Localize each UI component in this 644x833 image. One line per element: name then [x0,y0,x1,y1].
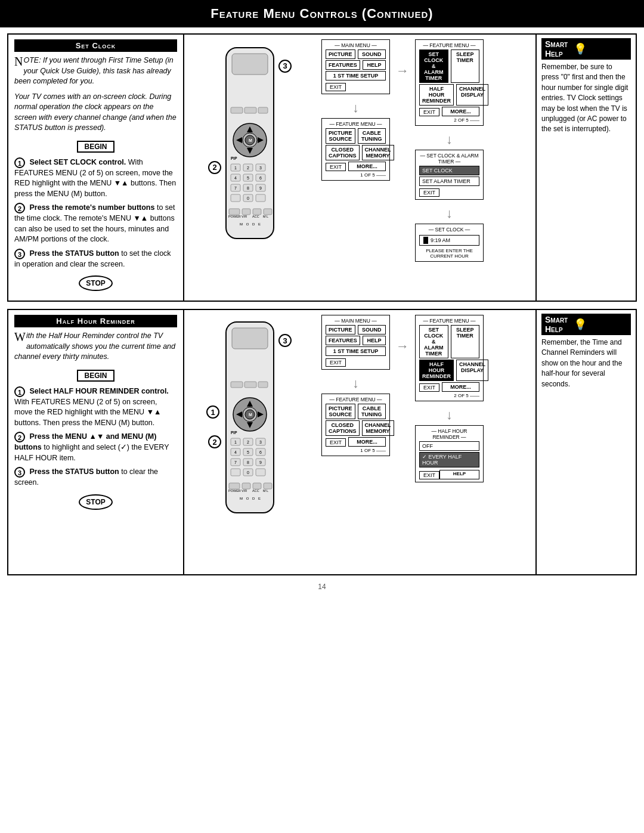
svg-rect-83 [264,483,272,489]
hhr-fm2-screen: — FEATURE MENU — SET CLOCK &ALARM TIMER … [415,315,484,401]
hhr-menu-screens-row: — MAIN MENU — PICTURE SOUND FEATURES HEL… [321,315,530,482]
svg-text:V/R: V/R [242,215,247,218]
half-hour-instructions: Half Hour Reminder W ith the Half Hour R… [8,310,184,574]
svg-text:M O D E: M O D E [240,497,262,500]
hhr-main-menu-label: — MAIN MENU — [326,318,386,324]
step-3: 3 Press the STATUS button to set the clo… [14,249,177,270]
clock-cursor [423,237,428,244]
fm2-btn-halfhour: HALF HOURREMINDER [419,84,454,106]
svg-rect-10 [231,107,243,113]
stop-wrap-2: STOP [14,492,177,512]
fm2-row2: HALF HOURREMINDER CHANNELDISPLAY [419,84,479,106]
hhr-fm2-row3: EXIT MORE... [419,382,479,392]
hhr-fm1-of: 1 OF 5 —— [326,448,386,453]
svg-text:M L: M L [263,215,268,218]
svg-text:5: 5 [247,450,249,454]
hhr-left-menu-col: — MAIN MENU — PICTURE SOUND FEATURES HEL… [321,315,390,460]
remote-svg-2: M 1 2 [211,316,289,566]
hhr-off-btn: OFF [419,441,479,451]
remote-svg: M [211,42,289,292]
set-clock-intro: Your TV comes with an on-screen clock. D… [14,92,177,134]
hhr-fm1-row1: PICTURESOURCE CABLETUNING [326,404,386,419]
intro-initial-2: W [14,331,26,343]
hhr-arrow-right: → [396,339,409,354]
fm1-btn-channelmemory: CHANNELMEMORY [362,145,394,160]
smart-title-line2: Help [545,49,568,58]
svg-rect-67 [231,469,240,476]
smart-help-title-2: Smart Help 💡 [541,314,631,335]
hhr-screen-exit: EXIT [419,471,439,479]
hhr-fm2-row1: SET CLOCK &ALARM TIMER SLEEPTIMER [419,325,479,358]
svg-rect-11 [244,107,256,113]
stop-button-2: STOP [79,494,112,510]
hhr-step-1-title: Select HALF HOUR REMINDER control. [29,387,168,395]
sca-label: — SET CLOCK & ALARM TIMER — [419,153,479,165]
hhr-step-circle-3: 3 [278,334,292,347]
svg-rect-37 [253,209,261,215]
svg-text:6: 6 [259,176,262,180]
feature-menu-1-screen: — FEATURE MENU — PICTURESOURCE CABLETUNI… [321,118,390,181]
svg-text:M: M [249,413,252,417]
hhr-fm1-screen: — FEATURE MENU — PICTURESOURCE CABLETUNI… [321,394,390,456]
menu-btn-sound: SOUND [358,49,386,59]
feature-menu-2-screen: — FEATURE MENU — SET CLOCK &ALARM TIMER … [415,39,484,126]
right-menu-col: — FEATURE MENU — SET CLOCK &ALARM TIMER … [415,39,484,262]
intro-body-2: ith the Half Hour Reminder control the T… [14,332,175,361]
stop-wrap: STOP [14,273,177,293]
hhr-screen-help: HELP [439,470,479,479]
smart-help-body-1: Remember, be sure to press "0" first and… [541,62,631,135]
hhr-fm2-row2: HALF HOURREMINDER CHANNELDISPLAY [419,360,479,381]
set-clock-display-screen: — SET CLOCK — 9:19 AM PLEASE ENTER THECU… [415,224,484,262]
hhr-fm1-closedcaptions: CLOSEDCAPTIONS [326,420,360,436]
svg-text:3: 3 [259,166,262,170]
fm2-of-label: 2 OF 5 —— [419,117,479,123]
hhr-fm2-channeldisp: CHANNELDISPLAY [456,360,488,381]
sc-display-label: — SET CLOCK — [419,227,479,233]
hhr-right-menu-col: — FEATURE MENU — SET CLOCK &ALARM TIMER … [415,315,484,482]
hhr-mm-row2: FEATURES HELP [326,336,386,345]
svg-rect-80 [229,483,240,489]
svg-text:7: 7 [234,460,237,465]
hhr-fm2-exit: EXIT [419,383,439,392]
hhr-mm-row1: PICTURE SOUND [326,325,386,335]
svg-rect-24 [256,194,265,202]
svg-text:1: 1 [234,166,237,170]
svg-text:9: 9 [259,460,262,465]
hhr-step-2: 2 Press the MENU ▲▼ and MENU (M) buttons… [14,432,177,463]
main-menu-row1: PICTURE SOUND [326,49,386,59]
svg-rect-56 [244,382,256,388]
half-hour-intro: W ith the Half Hour Reminder control the… [14,331,177,363]
hhr-step-1-num: 1 [14,386,25,397]
note-body: OTE: If you went through First Time Setu… [14,56,174,85]
menu-btn-features: FEATURES [326,60,360,70]
svg-text:POWER: POWER [228,489,241,493]
smart-title-line2-2: Help [545,324,568,334]
hhr-fm1-cabletuning: CABLETUNING [358,404,386,419]
svg-rect-36 [242,209,250,215]
fm1-btn-more: MORE... [348,162,386,171]
hhr-step-3-num: 3 [14,467,25,478]
svg-rect-82 [253,483,261,489]
half-hour-smart-help: Smart Help 💡 Remember, the Time and Chan… [535,310,636,574]
sca-btn-setclock: SET CLOCK [419,166,479,175]
step-2-title: Press the remote's number buttons [29,203,154,212]
lightbulb-icon-1: 💡 [574,42,587,55]
step-2-num: 2 [14,203,25,213]
hhr-fm1-exit: EXIT [326,438,346,447]
svg-text:M: M [249,138,252,143]
begin-wrap: BEGIN [14,138,177,155]
fm1-row1: PICTURESOURCE CABLETUNING [326,128,386,144]
begin-wrap-2: BEGIN [14,367,177,384]
svg-rect-35 [229,209,240,215]
step-1-num: 1 [14,157,25,168]
half-hour-title: Half Hour Reminder [14,315,177,327]
svg-text:6: 6 [259,450,262,454]
svg-text:M L: M L [263,489,268,493]
page-number: 14 [7,583,637,591]
remote-illustration-2: M 1 2 [211,316,289,568]
hhr-fm2-of: 2 OF 5 —— [419,393,479,398]
set-clock-instructions: Set Clock N OTE: If you went through Fir… [8,35,184,301]
clock-time: 9:19 AM [431,237,450,243]
hhr-fm2-more: MORE... [442,382,479,392]
smart-title-line1: Smart [545,39,568,49]
